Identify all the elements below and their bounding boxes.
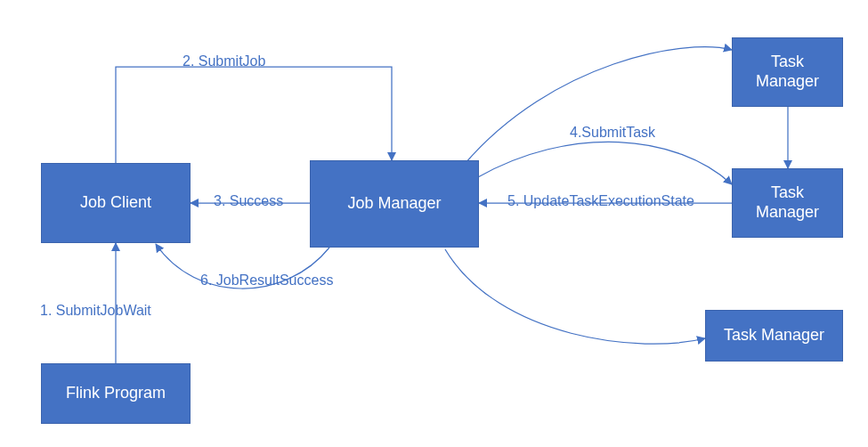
label-update-task-exec-state: 5. UpdateTaskExecutionState <box>507 193 694 209</box>
node-flink-program-label: Flink Program <box>66 384 166 403</box>
diagram-canvas: { "nodes": { "flink_program": { "label":… <box>0 0 868 447</box>
node-job-manager-label: Job Manager <box>347 194 441 214</box>
edge-jm-to-tm2 <box>476 142 732 184</box>
label-job-result-success: 6. JobResultSuccess <box>200 272 333 289</box>
edge-submit-job <box>116 67 392 163</box>
node-task-manager-2: TaskManager <box>732 168 843 238</box>
node-task-manager-3-label: Task Manager <box>724 326 824 345</box>
node-job-client-label: Job Client <box>80 193 151 213</box>
edge-submit-task <box>465 47 732 164</box>
node-job-manager: Job Manager <box>310 160 479 248</box>
label-submit-job: 2. SubmitJob <box>183 53 265 69</box>
label-success: 3. Success <box>214 193 283 209</box>
node-job-client: Job Client <box>41 163 191 243</box>
label-submit-task: 4.SubmitTask <box>570 125 655 141</box>
edge-jm-to-tm3 <box>445 249 705 344</box>
node-flink-program: Flink Program <box>41 363 191 424</box>
label-submit-job-wait: 1. SubmitJobWait <box>40 303 151 319</box>
node-task-manager-3: Task Manager <box>705 310 843 362</box>
node-task-manager-1: TaskManager <box>732 37 843 107</box>
node-task-manager-2-label: TaskManager <box>756 183 819 222</box>
node-task-manager-1-label: TaskManager <box>756 53 819 91</box>
